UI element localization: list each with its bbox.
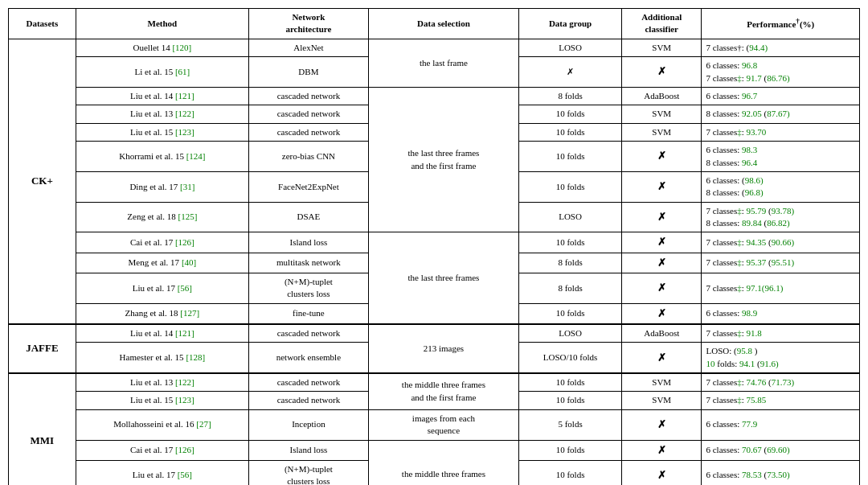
data-selection-cell: the middle three framesand the first fra… [368, 373, 518, 409]
network-cell: zero-bias CNN [249, 142, 369, 172]
performance-cell: 6 classes: 77.9 [702, 409, 860, 440]
data-selection-cell: the last frame [368, 39, 518, 87]
classifier-cell: ✗ [621, 343, 702, 373]
data-group-cell: 10 folds [519, 392, 622, 409]
comparison-table: Datasets Method Networkarchitecture Data… [8, 8, 860, 485]
classifier-cell: ✗ [621, 171, 702, 202]
network-cell: cascaded network [249, 392, 369, 409]
data-selection-cell: the middle three frames [368, 440, 518, 485]
data-group-cell: 10 folds [519, 460, 622, 485]
classifier-cell: SVM [621, 123, 702, 141]
performance-cell: 8 classes: 92.05 (87.67) [702, 105, 860, 123]
method-cell: Liu et al. 14 [121] [76, 87, 248, 105]
method-cell: Liu et al. 15 [123] [76, 123, 248, 141]
header-network: Networkarchitecture [249, 9, 369, 39]
classifier-cell: ✗ [621, 460, 702, 485]
data-selection-cell: the last three frames [368, 232, 518, 324]
classifier-cell: ✗ [621, 253, 702, 273]
performance-cell: 7 classes‡: 95.37 (95.51) [702, 253, 860, 273]
network-cell: (N+M)-tupletclusters loss [249, 273, 369, 303]
network-cell: (N+M)-tupletclusters loss [249, 460, 369, 485]
performance-cell: 7 classes‡: 93.70 [702, 123, 860, 141]
method-cell: Meng et al. 17 [40] [76, 253, 248, 273]
method-cell: Liu et al. 13 [122] [76, 373, 248, 392]
network-cell: cascaded network [249, 324, 369, 343]
method-cell: Khorrami et al. 15 [124] [76, 142, 248, 172]
network-cell: fine-tune [249, 303, 369, 324]
method-cell: Hamester et al. 15 [128] [76, 343, 248, 373]
data-group-cell: 10 folds [519, 142, 622, 172]
data-group-cell: 10 folds [519, 232, 622, 253]
classifier-cell: ✗ [621, 273, 702, 303]
method-cell: Liu et al. 13 [122] [76, 105, 248, 123]
classifier-cell: ✗ [621, 232, 702, 253]
data-group-cell: 10 folds [519, 440, 622, 460]
header-method: Method [76, 9, 248, 39]
data-group-cell: LOSO [519, 324, 622, 343]
classifier-cell: ✗ [621, 440, 702, 460]
performance-cell: 6 classes: 96.87 classes‡: 91.7 (86.76) [702, 57, 860, 88]
performance-cell: 6 classes: 78.53 (73.50) [702, 460, 860, 485]
performance-cell: LOSO: (95.8 )10 folds: 94.1 (91.6) [702, 343, 860, 373]
method-cell: Ouellet 14 [120] [76, 39, 248, 56]
performance-cell: 7 classes‡: 74.76 (71.73) [702, 373, 860, 392]
method-cell: Li et al. 15 [61] [76, 57, 248, 88]
data-group-cell: 10 folds [519, 373, 622, 392]
network-cell: multitask network [249, 253, 369, 273]
header-data-group: Data group [519, 9, 622, 39]
performance-cell: 7 classes‡: 97.1(96.1) [702, 273, 860, 303]
data-selection-cell: the last three framesand the first frame [368, 87, 518, 232]
performance-cell: 6 classes: 98.38 classes: 96.4 [702, 142, 860, 172]
data-group-cell: 8 folds [519, 87, 622, 105]
classifier-cell: ✗ [621, 142, 702, 172]
network-cell: Island loss [249, 232, 369, 253]
performance-cell: 6 classes: 96.7 [702, 87, 860, 105]
data-group-cell: LOSO/10 folds [519, 343, 622, 373]
network-cell: Island loss [249, 440, 369, 460]
header-datasets: Datasets [9, 9, 76, 39]
dataset-cell: MMI [9, 373, 76, 485]
data-group-cell: 10 folds [519, 171, 622, 202]
classifier-cell: SVM [621, 105, 702, 123]
data-group-cell: 8 folds [519, 273, 622, 303]
data-group-cell: 8 folds [519, 253, 622, 273]
network-cell: cascaded network [249, 105, 369, 123]
classifier-cell: SVM [621, 39, 702, 56]
data-selection-cell: 213 images [368, 324, 518, 373]
classifier-cell: AdaBoost [621, 87, 702, 105]
network-cell: FaceNet2ExpNet [249, 171, 369, 202]
performance-cell: 7 classes‡: 94.35 (90.66) [702, 232, 860, 253]
method-cell: Liu et al. 17 [56] [76, 460, 248, 485]
classifier-cell: ✗ [621, 303, 702, 324]
data-group-cell: LOSO [519, 39, 622, 56]
data-group-cell: 10 folds [519, 303, 622, 324]
performance-cell: 7 classes‡: 91.8 [702, 324, 860, 343]
network-cell: Inception [249, 409, 369, 440]
data-selection-cell: images from eachsequence [368, 409, 518, 440]
classifier-cell: AdaBoost [621, 324, 702, 343]
data-group-cell: LOSO [519, 202, 622, 232]
performance-cell: 6 classes: (98.6)8 classes: (96.8) [702, 171, 860, 202]
dataset-cell: CK+ [9, 39, 76, 324]
performance-cell: 7 classes†: (94.4) [702, 39, 860, 56]
network-cell: network ensemble [249, 343, 369, 373]
performance-cell: 6 classes: 98.9 [702, 303, 860, 324]
method-cell: Liu et al. 15 [123] [76, 392, 248, 409]
network-cell: cascaded network [249, 373, 369, 392]
classifier-cell: ✗ [621, 202, 702, 232]
classifier-cell: ✗ [621, 57, 702, 88]
network-cell: AlexNet [249, 39, 369, 56]
network-cell: cascaded network [249, 123, 369, 141]
method-cell: Zeng et al. 18 [125] [76, 202, 248, 232]
method-cell: Liu et al. 14 [121] [76, 324, 248, 343]
data-group-cell: 5 folds [519, 409, 622, 440]
header-performance: Performance†(%) [702, 9, 860, 39]
network-cell: DBM [249, 57, 369, 88]
classifier-cell: ✗ [621, 409, 702, 440]
method-cell: Cai et al. 17 [126] [76, 440, 248, 460]
data-group-cell: ✗ [519, 57, 622, 88]
method-cell: Ding et al. 17 [31] [76, 171, 248, 202]
data-group-cell: 10 folds [519, 105, 622, 123]
performance-cell: 7 classes‡: 95.79 (93.78)8 classes: 89.8… [702, 202, 860, 232]
method-cell: Zhang et al. 18 [127] [76, 303, 248, 324]
